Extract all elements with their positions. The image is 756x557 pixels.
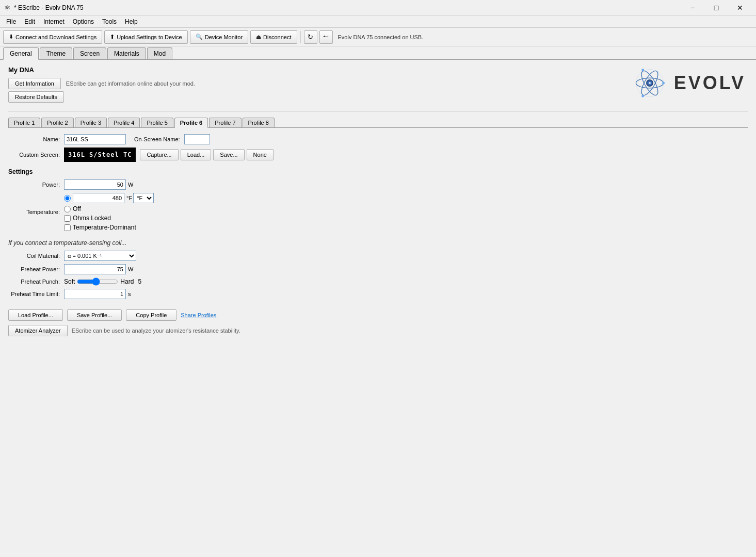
menu-edit[interactable]: Edit bbox=[20, 17, 39, 26]
name-input[interactable] bbox=[64, 134, 126, 144]
none-button[interactable]: None bbox=[247, 149, 274, 160]
off-label: Off bbox=[73, 205, 81, 212]
window-controls: − □ ✕ bbox=[681, 0, 752, 15]
preheat-power-label: Preheat Power: bbox=[8, 266, 60, 272]
evolv-atom-icon bbox=[632, 65, 668, 101]
content-area: My DNA Get Information EScribe can get i… bbox=[0, 60, 756, 557]
preheat-time-input[interactable] bbox=[64, 289, 126, 299]
forward-button[interactable]: ↼ bbox=[319, 30, 333, 44]
off-radio[interactable] bbox=[64, 206, 71, 212]
custom-screen-label: Custom Screen: bbox=[8, 152, 60, 158]
atomizer-analyzer-button[interactable]: Atomizer Analyzer bbox=[8, 325, 68, 336]
disconnect-button[interactable]: ⏏ Disconnect bbox=[250, 30, 297, 44]
atomizer-info-text: EScribe can be used to analyze your atom… bbox=[72, 327, 240, 334]
custom-screen-row: Custom Screen: 316L S/Steel TC Capture..… bbox=[8, 148, 748, 162]
settings-title: Settings bbox=[8, 168, 748, 175]
power-input[interactable] bbox=[64, 179, 126, 190]
profile-tab-8[interactable]: Profile 8 bbox=[243, 118, 275, 127]
preheat-punch-label: Preheat Punch: bbox=[8, 278, 60, 285]
ohms-locked-label: Ohms Locked bbox=[73, 215, 111, 222]
tab-theme[interactable]: Theme bbox=[40, 47, 72, 59]
temperature-input[interactable] bbox=[73, 193, 124, 203]
main-tab-bar: General Theme Screen Materials Mod bbox=[0, 46, 756, 60]
coil-section-title: If you connect a temperature-sensing coi… bbox=[8, 239, 748, 247]
title-bar-title: * EScribe - Evolv DNA 75 bbox=[14, 4, 84, 11]
save-profile-button[interactable]: Save Profile... bbox=[67, 309, 122, 321]
svg-point-7 bbox=[662, 82, 665, 85]
preheat-punch-hard-label: Hard bbox=[120, 278, 134, 285]
menu-file[interactable]: File bbox=[2, 17, 20, 26]
connect-icon: ⬇ bbox=[9, 34, 13, 40]
off-row: Off bbox=[64, 205, 154, 212]
back-button[interactable]: ↻ bbox=[304, 30, 317, 44]
tab-general[interactable]: General bbox=[3, 47, 39, 60]
coil-section: If you connect a temperature-sensing coi… bbox=[8, 239, 748, 299]
toolbar-separator bbox=[300, 31, 301, 43]
load-profile-button[interactable]: Load Profile... bbox=[8, 309, 63, 321]
ohms-locked-checkbox[interactable] bbox=[64, 215, 71, 222]
device-monitor-button[interactable]: 🔍 Device Monitor bbox=[190, 30, 248, 44]
on-screen-name-input[interactable] bbox=[184, 134, 210, 144]
custom-screen-display: 316L S/Steel TC bbox=[64, 148, 136, 162]
preheat-time-unit: s bbox=[128, 291, 131, 297]
profile-tab-3[interactable]: Profile 3 bbox=[75, 118, 107, 127]
tab-materials[interactable]: Materials bbox=[107, 47, 146, 59]
preheat-punch-slider[interactable] bbox=[77, 277, 118, 286]
temp-dominant-row: Temperature-Dominant bbox=[64, 224, 154, 231]
svg-point-8 bbox=[641, 69, 644, 71]
evolv-logo-text: EVOLV bbox=[674, 72, 746, 94]
profile-tab-7[interactable]: Profile 7 bbox=[209, 118, 241, 127]
upload-settings-button[interactable]: ⬆ Upload Settings to Device bbox=[104, 30, 188, 44]
temperature-label: Temperature: bbox=[8, 209, 60, 215]
get-information-button[interactable]: Get Information bbox=[8, 78, 61, 89]
preheat-power-unit: W bbox=[128, 266, 133, 272]
profile-tab-5[interactable]: Profile 5 bbox=[141, 118, 173, 127]
close-button[interactable]: ✕ bbox=[728, 0, 752, 15]
preheat-power-input[interactable] bbox=[64, 264, 126, 274]
maximize-button[interactable]: □ bbox=[704, 0, 728, 15]
profile-tabs: Profile 1 Profile 2 Profile 3 Profile 4 … bbox=[8, 118, 748, 128]
coil-material-select[interactable]: α = 0.001 K⁻¹ bbox=[64, 251, 136, 261]
restore-defaults-button[interactable]: Restore Defaults bbox=[8, 91, 64, 103]
temperature-row: Temperature: °F °F °C Off bbox=[8, 193, 748, 231]
menu-options[interactable]: Options bbox=[69, 17, 98, 26]
temp-unit-select[interactable]: °F °C bbox=[133, 193, 154, 203]
preheat-time-label: Preheat Time Limit: bbox=[8, 291, 60, 297]
logo-container: EVOLV bbox=[632, 65, 746, 101]
load-button[interactable]: Load... bbox=[181, 149, 212, 160]
power-row: Power: W bbox=[8, 179, 748, 190]
main-content: My DNA Get Information EScribe can get i… bbox=[0, 60, 756, 557]
connect-download-button[interactable]: ⬇ Connect and Download Settings bbox=[3, 30, 102, 44]
bottom-buttons: Load Profile... Save Profile... Copy Pro… bbox=[8, 309, 748, 321]
atomizer-row: Atomizer Analyzer EScribe can be used to… bbox=[8, 325, 748, 336]
dna-info-text: EScribe can get information online about… bbox=[66, 80, 195, 87]
preheat-punch-soft-label: Soft bbox=[64, 278, 75, 285]
name-row: Name: On-Screen Name: bbox=[8, 134, 748, 144]
profile-tab-1[interactable]: Profile 1 bbox=[8, 118, 40, 127]
menu-help[interactable]: Help bbox=[121, 17, 142, 26]
power-label: Power: bbox=[8, 182, 60, 188]
save-button[interactable]: Save... bbox=[213, 149, 244, 160]
share-profiles-button[interactable]: Share Profiles bbox=[181, 312, 216, 318]
minimize-button[interactable]: − bbox=[681, 0, 704, 15]
app-icon: ⚛ bbox=[4, 4, 11, 12]
profile-tab-4[interactable]: Profile 4 bbox=[108, 118, 140, 127]
title-bar: ⚛ * EScribe - Evolv DNA 75 − □ ✕ bbox=[0, 0, 756, 15]
temp-dominant-checkbox[interactable] bbox=[64, 224, 71, 231]
copy-profile-button[interactable]: Copy Profile bbox=[126, 309, 176, 321]
settings-section: Settings Power: W Temperature: °F °F bbox=[8, 168, 748, 299]
profile-tab-6[interactable]: Profile 6 bbox=[174, 118, 208, 128]
power-unit: W bbox=[128, 182, 133, 188]
temp-radio[interactable] bbox=[64, 195, 71, 202]
menu-internet[interactable]: Internet bbox=[39, 17, 69, 26]
menu-tools[interactable]: Tools bbox=[98, 17, 121, 26]
monitor-icon: 🔍 bbox=[196, 34, 203, 40]
preheat-punch-row: Preheat Punch: Soft Hard 5 bbox=[8, 277, 748, 286]
temp-unit-display: °F bbox=[126, 195, 132, 201]
profile-tab-2[interactable]: Profile 2 bbox=[41, 118, 73, 127]
capture-button[interactable]: Capture... bbox=[140, 149, 178, 160]
tab-screen[interactable]: Screen bbox=[73, 47, 106, 59]
tab-mod[interactable]: Mod bbox=[147, 47, 172, 59]
menu-bar: File Edit Internet Options Tools Help bbox=[0, 15, 756, 28]
on-screen-name-label: On-Screen Name: bbox=[134, 136, 180, 142]
